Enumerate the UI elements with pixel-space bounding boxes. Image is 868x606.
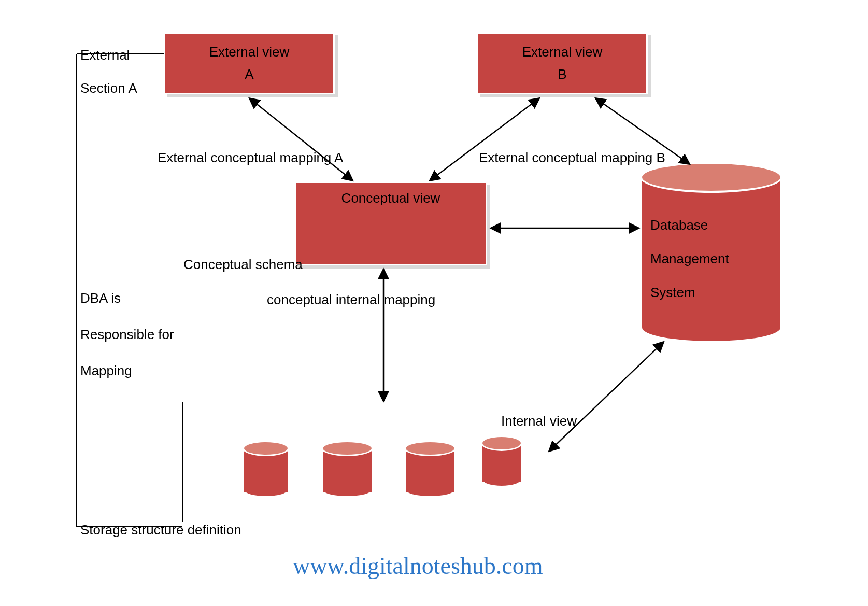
box-external-view-b: External view B	[477, 32, 648, 94]
label-section-a: Section A	[80, 77, 137, 100]
dbms-line1: Database	[650, 208, 772, 242]
box-ext-b-sub: B	[558, 66, 566, 82]
label-dba-is: DBA is	[80, 287, 121, 309]
dbms-line2: Management	[650, 242, 772, 276]
box-ext-a-sub: A	[245, 66, 253, 82]
label-ext-conc-mapping-b: External conceptual mapping B	[479, 146, 665, 169]
label-internal-view: Internal view	[501, 410, 577, 432]
label-conceptual-schema: Conceptual schema	[183, 253, 303, 276]
cylinder-storage-3	[404, 441, 456, 498]
box-conceptual-title: Conceptual view	[341, 190, 440, 206]
cylinder-storage-1	[243, 441, 289, 498]
box-conceptual-view: Conceptual view	[294, 181, 487, 265]
box-external-view-a: External view A	[164, 32, 335, 94]
box-ext-a-title: External view	[209, 44, 290, 60]
box-ext-b-title: External view	[522, 44, 603, 60]
cylinder-storage-4	[481, 435, 522, 487]
label-external: External	[80, 44, 130, 66]
dbms-line3: System	[650, 276, 772, 309]
cylinder-storage-2	[321, 441, 373, 498]
label-responsible-for: Responsible for	[80, 323, 174, 346]
label-mapping: Mapping	[80, 359, 132, 382]
watermark-text: www.digitalnoteshub.com	[293, 552, 543, 580]
label-ext-conc-mapping-a: External conceptual mapping A	[158, 146, 343, 169]
label-conceptual-internal-mapping: conceptual internal mapping	[267, 288, 435, 311]
cylinder-dbms: Database Management System	[640, 162, 782, 343]
